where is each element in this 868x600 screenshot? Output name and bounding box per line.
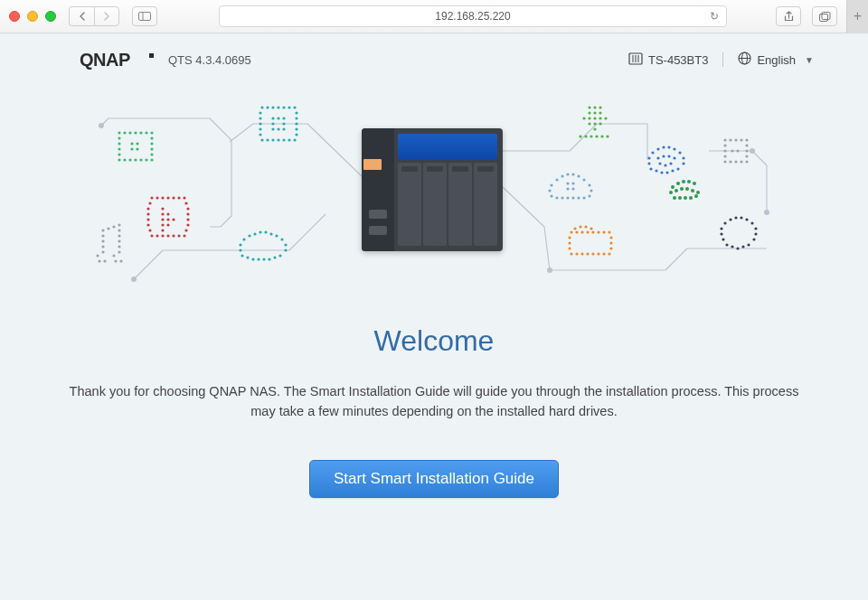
svg-point-121	[295, 127, 297, 130]
svg-point-119	[277, 127, 279, 130]
svg-point-272	[731, 245, 733, 248]
svg-point-190	[590, 135, 592, 137]
forward-button[interactable]	[94, 6, 119, 26]
svg-point-55	[161, 207, 164, 210]
svg-point-184	[588, 122, 590, 125]
language-selector[interactable]: English ▼	[738, 52, 814, 68]
svg-point-232	[660, 171, 663, 173]
address-bar[interactable]: 192.168.25.220 ↻	[219, 5, 727, 27]
svg-point-104	[288, 106, 290, 108]
svg-point-198	[570, 230, 572, 233]
svg-point-181	[593, 117, 596, 119]
svg-point-169	[566, 182, 569, 184]
svg-point-238	[667, 155, 670, 157]
svg-point-99	[260, 106, 263, 108]
svg-rect-0	[139, 13, 151, 21]
svg-point-71	[161, 229, 164, 231]
svg-point-143	[241, 254, 243, 257]
reload-icon[interactable]: ↻	[710, 10, 719, 23]
window-controls	[9, 11, 56, 22]
svg-point-13	[99, 123, 104, 128]
svg-point-241	[664, 164, 666, 166]
svg-point-134	[259, 230, 261, 233]
svg-point-216	[591, 252, 594, 255]
nas-icon	[628, 52, 643, 68]
minimize-window-button[interactable]	[27, 11, 38, 22]
svg-point-131	[242, 238, 245, 240]
svg-point-200	[580, 230, 583, 233]
svg-point-41	[134, 158, 137, 161]
svg-point-58	[161, 212, 164, 215]
svg-point-26	[118, 136, 120, 139]
svg-point-276	[723, 138, 726, 141]
svg-point-177	[593, 111, 596, 114]
svg-point-146	[257, 258, 259, 260]
svg-point-174	[593, 106, 596, 108]
qts-version: QTS 4.3.4.0695	[168, 53, 251, 67]
svg-point-102	[277, 106, 279, 108]
maximize-window-button[interactable]	[45, 11, 56, 22]
svg-point-15	[547, 267, 552, 273]
svg-point-17	[750, 148, 755, 154]
svg-point-25	[150, 131, 153, 134]
svg-point-92	[101, 250, 104, 253]
svg-point-94	[98, 259, 100, 262]
svg-point-278	[734, 138, 737, 141]
back-button[interactable]	[69, 6, 94, 26]
svg-point-286	[745, 149, 748, 152]
start-installation-button[interactable]: Start Smart Installation Guide	[309, 460, 559, 498]
svg-point-77	[172, 234, 175, 237]
svg-point-20	[123, 131, 126, 134]
svg-point-36	[118, 153, 120, 155]
svg-point-67	[161, 223, 164, 226]
svg-point-243	[671, 185, 675, 189]
svg-point-258	[694, 194, 698, 198]
brand-logo: QNAP	[80, 50, 157, 70]
svg-rect-5	[149, 53, 154, 58]
tabs-button[interactable]	[812, 6, 837, 26]
svg-point-165	[571, 196, 574, 199]
svg-point-179	[582, 117, 585, 119]
svg-point-125	[266, 138, 269, 141]
svg-point-103	[282, 106, 285, 108]
svg-point-246	[687, 180, 691, 183]
nav-buttons	[69, 6, 119, 26]
svg-point-289	[723, 160, 726, 163]
close-window-button[interactable]	[9, 11, 20, 22]
svg-point-91	[101, 245, 104, 248]
svg-point-186	[599, 122, 601, 125]
svg-point-68	[166, 223, 169, 226]
new-tab-button[interactable]: +	[846, 0, 868, 33]
svg-point-236	[656, 156, 659, 159]
svg-point-14	[131, 277, 137, 282]
svg-point-259	[723, 221, 726, 224]
svg-point-60	[186, 212, 189, 215]
svg-text:QNAP: QNAP	[80, 50, 130, 70]
svg-point-23	[139, 131, 142, 134]
svg-point-195	[579, 225, 581, 228]
sidebar-button[interactable]	[132, 6, 157, 26]
share-button[interactable]	[776, 6, 801, 26]
svg-point-89	[101, 234, 104, 237]
svg-point-275	[747, 243, 750, 246]
svg-point-107	[295, 111, 297, 114]
svg-point-105	[293, 106, 296, 108]
svg-point-128	[282, 138, 285, 141]
svg-point-270	[752, 238, 755, 240]
svg-point-290	[729, 160, 731, 163]
svg-point-152	[561, 174, 563, 177]
svg-point-168	[588, 194, 590, 197]
svg-point-208	[568, 241, 571, 244]
svg-point-178	[599, 111, 601, 114]
svg-point-228	[647, 162, 650, 164]
svg-point-87	[118, 245, 120, 248]
svg-point-56	[186, 207, 189, 210]
header-divider	[722, 52, 723, 67]
svg-point-235	[676, 167, 679, 170]
svg-point-142	[284, 248, 287, 251]
svg-point-224	[673, 147, 675, 150]
model-text: TS-453BT3	[648, 53, 708, 67]
svg-point-48	[166, 196, 169, 199]
svg-point-173	[588, 106, 590, 108]
svg-point-28	[118, 142, 120, 145]
